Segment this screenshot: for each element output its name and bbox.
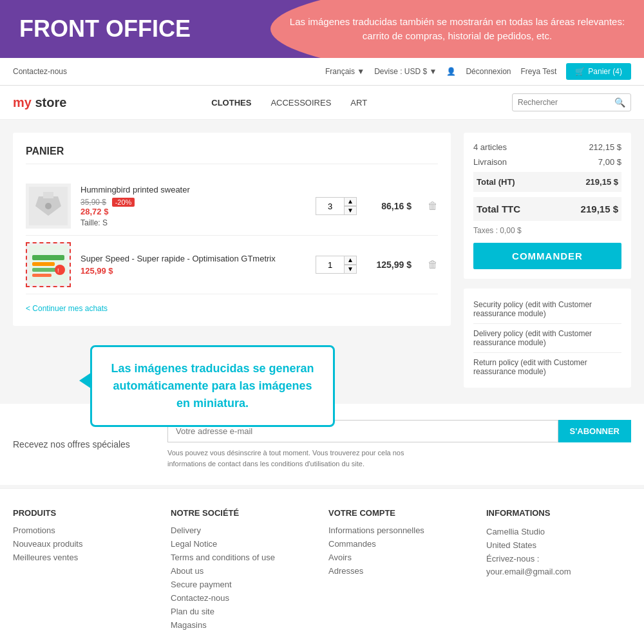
footer-link-magasins[interactable]: Magasins — [171, 620, 316, 630]
cart-button[interactable]: 🛒 Panier (4) — [566, 63, 631, 80]
footer-societe: NOTRE SOCIÉTÉ Delivery Legal Notice Term… — [171, 508, 316, 634]
logo-my: my — [13, 95, 32, 109]
svg-point-3 — [45, 203, 52, 209]
footer-link-infos[interactable]: Informations personnelles — [328, 526, 473, 535]
tooltip-box: Las imágenes traducidas se generan autom… — [90, 345, 335, 427]
delete-item-1[interactable]: 🗑 — [428, 200, 438, 212]
top-banner: FRONT OFFICE Las imágenes traducidas tam… — [0, 0, 644, 58]
footer-produits: PRODUITS Promotions Nouveaux produits Me… — [13, 508, 158, 634]
footer-email[interactable]: your.email@gmail.com — [486, 565, 631, 579]
newsletter-button[interactable]: S'ABONNER — [558, 420, 632, 442]
product-image-1 — [26, 184, 71, 229]
nav-art[interactable]: ART — [350, 98, 367, 108]
qty-up-1[interactable]: ▲ — [344, 197, 357, 206]
tooltip-overlay: Las imágenes traducidas se generan autom… — [90, 345, 335, 427]
nav-accessories[interactable]: ACCESSOIRES — [270, 98, 331, 108]
svg-rect-8 — [32, 274, 52, 277]
contact-link[interactable]: Contactez-nous — [13, 67, 67, 76]
footer-company: Camellia Studio United States Écrivez-no… — [486, 526, 631, 579]
svg-text:!: ! — [57, 267, 59, 274]
qty-input-1[interactable] — [316, 197, 345, 215]
product-details-2: Super Speed - Super rapide - Optimisatio… — [80, 254, 306, 276]
summary-taxes: Taxes : 0,00 $ — [473, 226, 621, 235]
footer-link-secure[interactable]: Secure payment — [171, 580, 316, 589]
table-row: Hummingbird printed sweater 35,90 $ -20%… — [26, 177, 438, 236]
qty-wrapper-2: ▲ ▼ — [316, 256, 357, 274]
language-selector[interactable]: Français ▼ — [325, 67, 365, 76]
search-input[interactable] — [518, 98, 614, 107]
footer-compte-title: VOTRE COMPTE — [328, 508, 473, 518]
summary-box: 4 articles 212,15 $ Livraison 7,00 $ Tot… — [464, 133, 631, 279]
summary-total-ttc-price: 219,15 $ — [581, 204, 618, 214]
footer-link-plan[interactable]: Plan du site — [171, 607, 316, 616]
nav-bar-left: Contactez-nous — [13, 67, 67, 76]
footer-link-meilleures[interactable]: Meilleures ventes — [13, 553, 158, 562]
qty-down-2[interactable]: ▼ — [344, 265, 357, 274]
svg-rect-2 — [43, 192, 53, 198]
product-name-2: Super Speed - Super rapide - Optimisatio… — [80, 254, 306, 263]
footer-informations: INFORMATIONS Camellia Studio United Stat… — [486, 508, 631, 634]
main-content: PANIER Hummingbird printed sweater 35,90… — [0, 120, 644, 401]
logo-store: store — [32, 95, 66, 109]
summary-delivery-label: Livraison — [473, 157, 507, 167]
nav-bar: Contactez-nous Français ▼ Devise : USD $… — [0, 58, 644, 86]
product-badge-1: -20% — [112, 198, 135, 207]
footer-link-terms[interactable]: Terms and conditions of use — [171, 553, 316, 562]
footer-link-adresses[interactable]: Adresses — [328, 566, 473, 576]
policy-section: Security policy (edit with Customer reas… — [464, 289, 631, 388]
qty-input-2[interactable] — [316, 256, 345, 274]
main-navigation: CLOTHES ACCESSOIRES ART — [211, 98, 367, 108]
user-icon: 👤 — [446, 67, 456, 76]
svg-point-9 — [55, 265, 65, 275]
logout-link[interactable]: Déconnexion — [466, 67, 511, 76]
footer: PRODUITS Promotions Nouveaux produits Me… — [0, 488, 644, 644]
newsletter-form: S'ABONNER Vous pouvez vous désinscrire à… — [167, 420, 631, 469]
footer-link-contact[interactable]: Contactez-nous — [171, 593, 316, 603]
product-name-1: Hummingbird printed sweater — [80, 185, 306, 194]
footer-produits-title: PRODUITS — [13, 508, 158, 518]
policy-security: Security policy (edit with Customer reas… — [473, 295, 621, 324]
footer-link-delivery[interactable]: Delivery — [171, 526, 316, 535]
commander-button[interactable]: COMMANDER — [473, 243, 621, 269]
qty-down-1[interactable]: ▼ — [344, 206, 357, 215]
svg-rect-6 — [32, 262, 55, 266]
table-row: ! Super Speed - Super rapide - Optimisat… — [26, 236, 438, 294]
product-size-1: Taille: S — [80, 218, 306, 227]
logo[interactable]: my store — [13, 95, 66, 110]
footer-compte: VOTRE COMPTE Informations personnelles C… — [328, 508, 473, 634]
footer-link-avoirs[interactable]: Avoirs — [328, 553, 473, 562]
svg-rect-5 — [32, 255, 64, 260]
delete-item-2[interactable]: 🗑 — [428, 259, 438, 270]
summary-articles-row: 4 articles 212,15 $ — [473, 142, 621, 152]
footer-informations-title: INFORMATIONS — [486, 508, 631, 518]
banner-text: Las imágenes traducidas también se mostr… — [283, 15, 631, 44]
cart-and-tooltip: PANIER Hummingbird printed sweater 35,90… — [13, 133, 451, 388]
footer-link-legal[interactable]: Legal Notice — [171, 539, 316, 549]
nav-clothes[interactable]: CLOTHES — [211, 98, 251, 108]
summary-total-ttc-row: Total TTC 219,15 $ — [473, 197, 621, 221]
banner-wave: Las imágenes traducidas también se mostr… — [270, 0, 644, 58]
tooltip-pointer — [79, 373, 91, 388]
qty-controls-2: ▲ ▼ — [344, 256, 357, 274]
footer-link-nouveaux[interactable]: Nouveaux produits — [13, 539, 158, 549]
footer-link-promotions[interactable]: Promotions — [13, 526, 158, 535]
footer-societe-title: NOTRE SOCIÉTÉ — [171, 508, 316, 518]
qty-controls-1: ▲ ▼ — [344, 197, 357, 215]
banner-title: FRONT OFFICE — [0, 15, 210, 43]
summary-total-ttc-label: Total TTC — [477, 204, 520, 214]
summary-delivery-price: 7,00 $ — [598, 157, 621, 167]
continue-shopping[interactable]: Continuer mes achats — [26, 304, 438, 313]
currency-selector[interactable]: Devise : USD $ ▼ — [374, 67, 437, 76]
footer-link-about[interactable]: About us — [171, 566, 316, 576]
product-details-1: Hummingbird printed sweater 35,90 $ -20%… — [80, 185, 306, 227]
summary-total-ht-price: 219,15 $ — [585, 177, 618, 187]
username: Freya Test — [521, 67, 557, 76]
newsletter-label: Recevez nos offres spéciales — [13, 439, 142, 450]
search-box[interactable]: 🔍 — [512, 93, 631, 111]
cart-section: PANIER Hummingbird printed sweater 35,90… — [13, 133, 451, 326]
summary-articles-label: 4 articles — [473, 142, 507, 152]
footer-link-commandes[interactable]: Commandes — [328, 539, 473, 549]
qty-up-2[interactable]: ▲ — [344, 256, 357, 265]
product-new-price-1: 28,72 $ — [80, 207, 306, 216]
product-price-2: 125,99 $ — [366, 260, 412, 270]
